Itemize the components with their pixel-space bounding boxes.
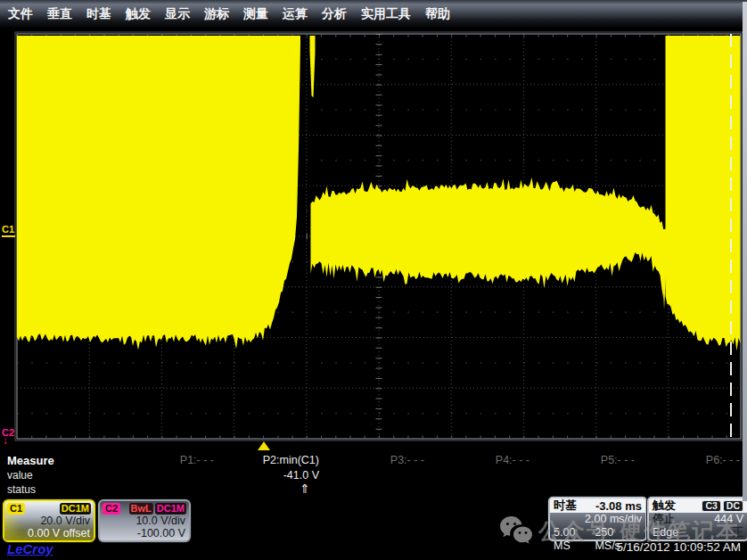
measure-param-p1[interactable]: P1:- - - — [116, 454, 214, 466]
menu-item-math[interactable]: 运算 — [283, 6, 308, 22]
trigger-box[interactable]: 触发 C3 DC 停止 444 V Edge 正 — [647, 497, 747, 541]
timebase-box[interactable]: 时基 -3.08 ms 2.00 ms/div 5.00 MS 250 MS/s — [548, 497, 647, 541]
c2-coupling-badge: DC1M — [155, 503, 186, 515]
lecroy-logo: LeCroy — [7, 541, 53, 556]
measure-title: Measure — [7, 454, 54, 467]
trigger-mode: 停止 — [653, 513, 675, 526]
channel-c1-box[interactable]: C1 DC1M 20.0 V/div 0.00 V offset — [3, 499, 95, 542]
c1-chip: C1 — [7, 503, 25, 515]
c1-offset: 0.00 V offset — [4, 527, 94, 539]
graticule-svg — [0, 0, 747, 560]
menu-item-utilities[interactable]: 实用工具 — [361, 6, 411, 22]
c1-zero-marker[interactable]: C1 — [2, 224, 14, 235]
timebase-label: 时基 — [554, 498, 577, 514]
trigger-label: 触发 — [653, 498, 676, 514]
timebase-scale: 2.00 ms/div — [550, 513, 645, 526]
menu-item-measure[interactable]: 测量 — [243, 6, 268, 22]
timebase-samples: 5.00 MS — [554, 526, 595, 553]
c2-offset: -100.00 V — [100, 527, 189, 539]
menu-item-vertical[interactable]: 垂直 — [47, 6, 72, 22]
measure-param-p3[interactable]: P3:- - - — [326, 454, 424, 466]
menu-item-help[interactable]: 帮助 — [425, 6, 450, 22]
c2-bandwidth-limit-badge: BwL — [129, 503, 153, 515]
menu-item-cursors[interactable]: 游标 — [204, 6, 229, 22]
timebase-delay: -3.08 ms — [595, 499, 642, 513]
menu-bar: 文件 垂直 时基 触发 显示 游标 测量 运算 分析 实用工具 帮助 — [0, 0, 747, 28]
measure-param-p5[interactable]: P5:- - - — [537, 454, 635, 466]
channel-c2-box[interactable]: C2 BwL DC1M 10.0 V/div -100.00 V — [98, 499, 191, 542]
menu-item-file[interactable]: 文件 — [8, 6, 33, 22]
trigger-slope: 正 — [733, 526, 744, 539]
trigger-coupling-badge: DC — [723, 500, 743, 512]
c2-offscreen-arrow-icon: ↓ — [3, 435, 8, 446]
trigger-level: 444 V — [714, 513, 743, 526]
trigger-type: Edge — [653, 526, 678, 539]
measure-p2-value: -41.0 V — [221, 469, 319, 482]
c1-scale: 20.0 V/div — [4, 515, 94, 527]
menu-item-analysis[interactable]: 分析 — [322, 6, 347, 22]
trigger-position-marker-icon[interactable] — [258, 441, 270, 450]
datetime: 5/16/2012 10:09:52 AM — [616, 540, 741, 554]
menu-item-timebase[interactable]: 时基 — [86, 6, 111, 22]
measure-param-p2[interactable]: P2:min(C1) — [221, 454, 319, 466]
measure-value-row-label: value — [7, 469, 33, 482]
c1-zero-dash — [2, 235, 15, 237]
trigger-source-badge: C3 — [702, 500, 720, 512]
menu-item-trigger[interactable]: 触发 — [126, 6, 151, 22]
menu-item-display[interactable]: 显示 — [165, 6, 190, 22]
measure-p2-status-icon: ⇑ — [221, 482, 310, 496]
c2-scale: 10.0 V/div — [100, 515, 189, 527]
measure-param-p6[interactable]: P6:- - - — [642, 454, 740, 466]
wechat-icon — [499, 515, 533, 546]
measure-param-p4[interactable]: P4:- - - — [431, 454, 529, 466]
measure-status-row-label: status — [7, 483, 36, 496]
c1-coupling-badge: DC1M — [60, 503, 91, 515]
screen-right-edge — [743, 2, 747, 501]
oscilloscope-screen: 文件 垂直 时基 触发 显示 游标 测量 运算 分析 实用工具 帮助 C1 C2… — [0, 0, 747, 560]
c2-chip: C2 — [103, 503, 120, 515]
